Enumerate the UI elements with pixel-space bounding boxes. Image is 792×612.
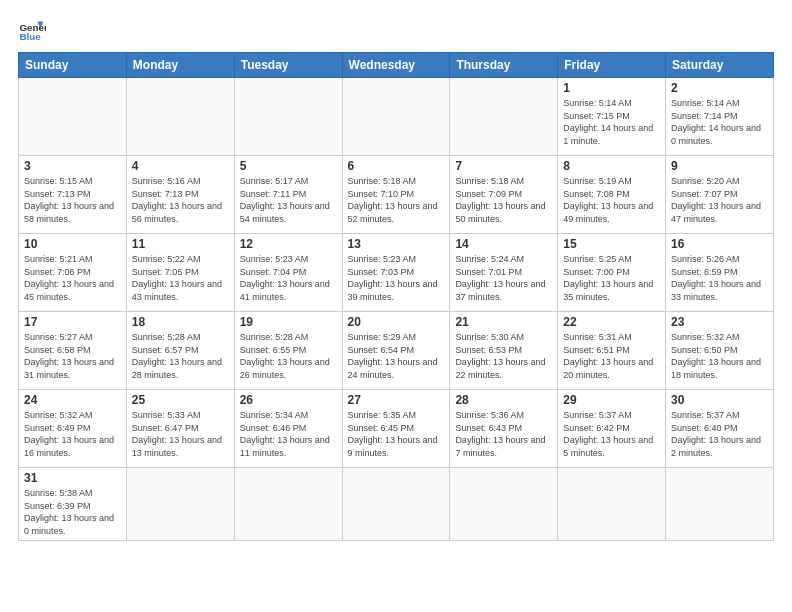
day-number: 27 bbox=[348, 393, 445, 407]
day-info: Sunrise: 5:26 AM Sunset: 6:59 PM Dayligh… bbox=[671, 253, 768, 303]
day-info: Sunrise: 5:36 AM Sunset: 6:43 PM Dayligh… bbox=[455, 409, 552, 459]
day-info: Sunrise: 5:31 AM Sunset: 6:51 PM Dayligh… bbox=[563, 331, 660, 381]
calendar-cell: 3Sunrise: 5:15 AM Sunset: 7:13 PM Daylig… bbox=[19, 156, 127, 234]
calendar-cell bbox=[19, 78, 127, 156]
calendar-cell bbox=[126, 78, 234, 156]
day-number: 20 bbox=[348, 315, 445, 329]
calendar-cell: 18Sunrise: 5:28 AM Sunset: 6:57 PM Dayli… bbox=[126, 312, 234, 390]
day-number: 24 bbox=[24, 393, 121, 407]
day-number: 9 bbox=[671, 159, 768, 173]
calendar-cell: 13Sunrise: 5:23 AM Sunset: 7:03 PM Dayli… bbox=[342, 234, 450, 312]
calendar-cell bbox=[666, 468, 774, 541]
day-number: 3 bbox=[24, 159, 121, 173]
calendar-cell: 21Sunrise: 5:30 AM Sunset: 6:53 PM Dayli… bbox=[450, 312, 558, 390]
weekday-header-friday: Friday bbox=[558, 53, 666, 78]
day-number: 8 bbox=[563, 159, 660, 173]
weekday-header-tuesday: Tuesday bbox=[234, 53, 342, 78]
day-info: Sunrise: 5:18 AM Sunset: 7:09 PM Dayligh… bbox=[455, 175, 552, 225]
weekday-header-wednesday: Wednesday bbox=[342, 53, 450, 78]
calendar-header-row: SundayMondayTuesdayWednesdayThursdayFrid… bbox=[19, 53, 774, 78]
day-number: 2 bbox=[671, 81, 768, 95]
calendar-cell: 22Sunrise: 5:31 AM Sunset: 6:51 PM Dayli… bbox=[558, 312, 666, 390]
calendar-cell: 15Sunrise: 5:25 AM Sunset: 7:00 PM Dayli… bbox=[558, 234, 666, 312]
calendar-cell: 26Sunrise: 5:34 AM Sunset: 6:46 PM Dayli… bbox=[234, 390, 342, 468]
day-number: 23 bbox=[671, 315, 768, 329]
day-info: Sunrise: 5:24 AM Sunset: 7:01 PM Dayligh… bbox=[455, 253, 552, 303]
day-info: Sunrise: 5:34 AM Sunset: 6:46 PM Dayligh… bbox=[240, 409, 337, 459]
calendar-cell: 9Sunrise: 5:20 AM Sunset: 7:07 PM Daylig… bbox=[666, 156, 774, 234]
calendar-cell bbox=[234, 78, 342, 156]
day-info: Sunrise: 5:27 AM Sunset: 6:58 PM Dayligh… bbox=[24, 331, 121, 381]
day-number: 30 bbox=[671, 393, 768, 407]
day-number: 1 bbox=[563, 81, 660, 95]
day-number: 16 bbox=[671, 237, 768, 251]
day-info: Sunrise: 5:29 AM Sunset: 6:54 PM Dayligh… bbox=[348, 331, 445, 381]
calendar-cell: 11Sunrise: 5:22 AM Sunset: 7:05 PM Dayli… bbox=[126, 234, 234, 312]
day-number: 6 bbox=[348, 159, 445, 173]
calendar-cell: 2Sunrise: 5:14 AM Sunset: 7:14 PM Daylig… bbox=[666, 78, 774, 156]
calendar-cell: 17Sunrise: 5:27 AM Sunset: 6:58 PM Dayli… bbox=[19, 312, 127, 390]
day-info: Sunrise: 5:25 AM Sunset: 7:00 PM Dayligh… bbox=[563, 253, 660, 303]
calendar-cell: 5Sunrise: 5:17 AM Sunset: 7:11 PM Daylig… bbox=[234, 156, 342, 234]
calendar-cell bbox=[558, 468, 666, 541]
calendar-cell bbox=[342, 78, 450, 156]
calendar-cell bbox=[450, 468, 558, 541]
calendar-cell: 31Sunrise: 5:38 AM Sunset: 6:39 PM Dayli… bbox=[19, 468, 127, 541]
calendar-cell: 25Sunrise: 5:33 AM Sunset: 6:47 PM Dayli… bbox=[126, 390, 234, 468]
day-number: 19 bbox=[240, 315, 337, 329]
calendar-cell: 6Sunrise: 5:18 AM Sunset: 7:10 PM Daylig… bbox=[342, 156, 450, 234]
calendar-cell: 20Sunrise: 5:29 AM Sunset: 6:54 PM Dayli… bbox=[342, 312, 450, 390]
day-number: 15 bbox=[563, 237, 660, 251]
day-number: 28 bbox=[455, 393, 552, 407]
day-number: 31 bbox=[24, 471, 121, 485]
day-info: Sunrise: 5:23 AM Sunset: 7:04 PM Dayligh… bbox=[240, 253, 337, 303]
day-info: Sunrise: 5:28 AM Sunset: 6:57 PM Dayligh… bbox=[132, 331, 229, 381]
calendar-cell: 12Sunrise: 5:23 AM Sunset: 7:04 PM Dayli… bbox=[234, 234, 342, 312]
day-number: 17 bbox=[24, 315, 121, 329]
day-info: Sunrise: 5:32 AM Sunset: 6:50 PM Dayligh… bbox=[671, 331, 768, 381]
day-number: 11 bbox=[132, 237, 229, 251]
day-number: 5 bbox=[240, 159, 337, 173]
day-number: 21 bbox=[455, 315, 552, 329]
day-number: 12 bbox=[240, 237, 337, 251]
day-info: Sunrise: 5:33 AM Sunset: 6:47 PM Dayligh… bbox=[132, 409, 229, 459]
calendar-cell bbox=[234, 468, 342, 541]
day-info: Sunrise: 5:22 AM Sunset: 7:05 PM Dayligh… bbox=[132, 253, 229, 303]
calendar-cell: 28Sunrise: 5:36 AM Sunset: 6:43 PM Dayli… bbox=[450, 390, 558, 468]
day-info: Sunrise: 5:14 AM Sunset: 7:14 PM Dayligh… bbox=[671, 97, 768, 147]
day-info: Sunrise: 5:16 AM Sunset: 7:13 PM Dayligh… bbox=[132, 175, 229, 225]
day-info: Sunrise: 5:17 AM Sunset: 7:11 PM Dayligh… bbox=[240, 175, 337, 225]
svg-text:Blue: Blue bbox=[19, 31, 41, 42]
day-info: Sunrise: 5:21 AM Sunset: 7:06 PM Dayligh… bbox=[24, 253, 121, 303]
day-info: Sunrise: 5:37 AM Sunset: 6:42 PM Dayligh… bbox=[563, 409, 660, 459]
day-info: Sunrise: 5:37 AM Sunset: 6:40 PM Dayligh… bbox=[671, 409, 768, 459]
calendar-cell: 19Sunrise: 5:28 AM Sunset: 6:55 PM Dayli… bbox=[234, 312, 342, 390]
header: General Blue bbox=[18, 16, 774, 44]
calendar-cell: 23Sunrise: 5:32 AM Sunset: 6:50 PM Dayli… bbox=[666, 312, 774, 390]
day-info: Sunrise: 5:18 AM Sunset: 7:10 PM Dayligh… bbox=[348, 175, 445, 225]
calendar-cell: 8Sunrise: 5:19 AM Sunset: 7:08 PM Daylig… bbox=[558, 156, 666, 234]
weekday-header-monday: Monday bbox=[126, 53, 234, 78]
day-number: 22 bbox=[563, 315, 660, 329]
calendar: SundayMondayTuesdayWednesdayThursdayFrid… bbox=[18, 52, 774, 541]
day-info: Sunrise: 5:14 AM Sunset: 7:15 PM Dayligh… bbox=[563, 97, 660, 147]
calendar-cell bbox=[342, 468, 450, 541]
calendar-cell: 16Sunrise: 5:26 AM Sunset: 6:59 PM Dayli… bbox=[666, 234, 774, 312]
weekday-header-thursday: Thursday bbox=[450, 53, 558, 78]
day-number: 10 bbox=[24, 237, 121, 251]
calendar-cell: 27Sunrise: 5:35 AM Sunset: 6:45 PM Dayli… bbox=[342, 390, 450, 468]
day-info: Sunrise: 5:38 AM Sunset: 6:39 PM Dayligh… bbox=[24, 487, 121, 537]
logo: General Blue bbox=[18, 16, 50, 44]
calendar-cell: 1Sunrise: 5:14 AM Sunset: 7:15 PM Daylig… bbox=[558, 78, 666, 156]
calendar-cell: 7Sunrise: 5:18 AM Sunset: 7:09 PM Daylig… bbox=[450, 156, 558, 234]
day-number: 7 bbox=[455, 159, 552, 173]
day-number: 29 bbox=[563, 393, 660, 407]
day-info: Sunrise: 5:15 AM Sunset: 7:13 PM Dayligh… bbox=[24, 175, 121, 225]
day-info: Sunrise: 5:35 AM Sunset: 6:45 PM Dayligh… bbox=[348, 409, 445, 459]
day-info: Sunrise: 5:20 AM Sunset: 7:07 PM Dayligh… bbox=[671, 175, 768, 225]
day-info: Sunrise: 5:23 AM Sunset: 7:03 PM Dayligh… bbox=[348, 253, 445, 303]
day-info: Sunrise: 5:19 AM Sunset: 7:08 PM Dayligh… bbox=[563, 175, 660, 225]
calendar-cell: 4Sunrise: 5:16 AM Sunset: 7:13 PM Daylig… bbox=[126, 156, 234, 234]
day-info: Sunrise: 5:32 AM Sunset: 6:49 PM Dayligh… bbox=[24, 409, 121, 459]
weekday-header-saturday: Saturday bbox=[666, 53, 774, 78]
